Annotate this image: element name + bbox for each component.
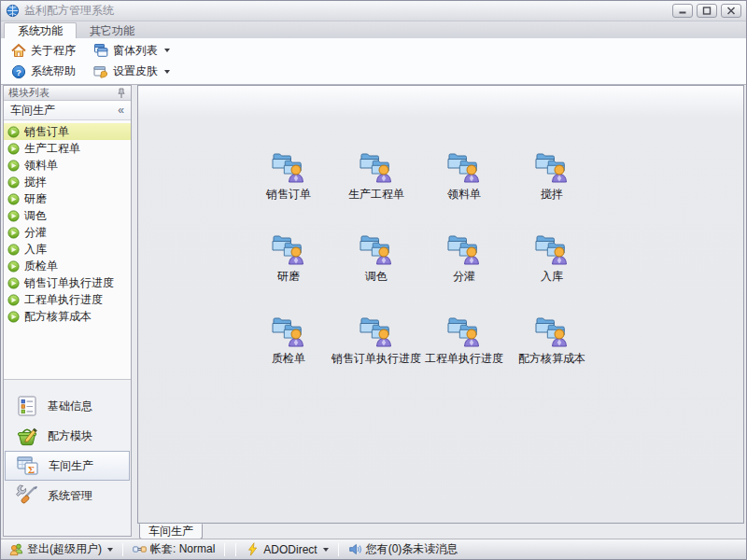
toolbar-row-2: 系统帮助 设置皮肤 — [7, 62, 740, 81]
close-button[interactable] — [721, 4, 741, 18]
module-icon-material-requisition[interactable]: 领料单 — [420, 144, 508, 226]
ribbon-tabstrip: 系统功能 其它功能 — [1, 21, 746, 38]
sidebar-item-filling[interactable]: 分灌 — [4, 224, 131, 241]
users-icon — [9, 542, 23, 556]
main-panel: 销售订单 生产工程单 领料单 搅拌 研磨 — [137, 85, 744, 524]
green-arrow-icon — [7, 160, 20, 172]
account-set-text: 帐套: Normal — [150, 541, 215, 557]
green-arrow-icon — [7, 126, 20, 138]
system-help-button[interactable]: 系统帮助 — [7, 62, 89, 81]
sidebar-item-warehousing[interactable]: 入库 — [4, 241, 131, 258]
pin-icon[interactable] — [117, 88, 126, 99]
sidebar-item-label: 工程单执行进度 — [24, 292, 103, 308]
unread-messages-item[interactable]: 您有(0)条未读消息 — [346, 541, 460, 557]
close-icon — [726, 7, 736, 15]
green-arrow-icon — [7, 227, 20, 239]
module-icon-formula-cost[interactable]: 配方核算成本 — [508, 308, 596, 390]
section-label: 系统管理 — [48, 488, 92, 504]
folder-user-icon — [446, 233, 482, 265]
section-formula-module[interactable]: 配方模块 — [5, 421, 130, 451]
collapse-chevrons-icon[interactable]: « — [118, 104, 124, 117]
sidebar-item-grinding[interactable]: 研磨 — [4, 190, 131, 207]
tab-system-functions[interactable]: 系统功能 — [4, 22, 77, 38]
sidebar-item-quality-inspection[interactable]: 质检单 — [4, 258, 131, 274]
maximize-button[interactable] — [697, 4, 717, 18]
tab-other-functions[interactable]: 其它功能 — [77, 23, 148, 38]
sidebar-item-label: 领料单 — [24, 158, 58, 174]
app-icon — [6, 4, 20, 18]
section-system-management[interactable]: 系统管理 — [5, 481, 130, 511]
module-label: 研磨 — [277, 269, 300, 285]
module-icon-grinding[interactable]: 研磨 — [245, 226, 332, 308]
section-label: 配方模块 — [48, 428, 92, 444]
form-list-label: 窗体列表 — [113, 43, 158, 59]
sidebar-item-sales-order[interactable]: 销售订单 — [4, 123, 131, 140]
sidebar-item-list: 销售订单 生产工程单 领料单 搅拌 研磨 — [4, 120, 131, 325]
module-icon-grid: 销售订单 生产工程单 领料单 搅拌 研磨 — [245, 144, 596, 390]
sidebar-caption: 模块列表 — [4, 86, 131, 101]
set-skin-button[interactable]: 设置皮肤 — [89, 62, 175, 81]
folder-user-icon — [271, 315, 306, 347]
module-icon-tinting[interactable]: 调色 — [332, 226, 420, 308]
folder-user-icon — [534, 315, 570, 347]
module-icon-sales-order[interactable]: 销售订单 — [245, 144, 332, 226]
about-program-button[interactable]: 关于程序 — [7, 41, 89, 61]
adodirect-button[interactable]: ADODirect — [244, 542, 330, 556]
green-arrow-icon — [7, 277, 20, 289]
sidebar-item-production-work-order[interactable]: 生产工程单 — [4, 140, 131, 157]
connection-icon — [133, 542, 147, 556]
folder-user-icon — [271, 151, 306, 183]
sidebar-item-tinting[interactable]: 调色 — [4, 207, 131, 224]
statusbar-separator — [122, 543, 123, 556]
module-label: 调色 — [365, 269, 388, 285]
dropdown-caret-icon — [107, 548, 113, 552]
form-list-button[interactable]: 窗体列表 — [89, 41, 175, 61]
module-sidebar: 模块列表 车间生产 « 销售订单 生产工程单 — [3, 85, 132, 537]
sidebar-item-work-order-progress[interactable]: 工程单执行进度 — [4, 291, 131, 308]
sidebar-item-mixing[interactable]: 搅拌 — [4, 174, 131, 190]
module-icon-work-order-progress[interactable]: 工程单执行进度 — [420, 308, 508, 390]
module-icon-warehousing[interactable]: 入库 — [508, 226, 596, 308]
doc-tab-workshop-production[interactable]: 车间生产 — [139, 524, 203, 539]
sidebar-item-formula-cost[interactable]: 配方核算成本 — [4, 308, 131, 325]
module-label: 工程单执行进度 — [425, 351, 503, 367]
sidebar-caption-label: 模块列表 — [8, 86, 49, 100]
folder-user-icon — [271, 233, 306, 265]
module-icon-filling[interactable]: 分灌 — [420, 226, 508, 308]
module-icon-sales-order-progress[interactable]: 销售订单执行进度 — [332, 308, 420, 390]
module-icon-mixing[interactable]: 搅拌 — [508, 144, 596, 226]
sidebar-item-label: 质检单 — [24, 259, 58, 274]
green-arrow-icon — [7, 294, 20, 306]
green-arrow-icon — [7, 311, 20, 323]
info-list-icon — [15, 394, 39, 418]
speaker-icon — [348, 542, 362, 556]
ribbon-toolbar: 关于程序 窗体列表 系统帮助 设置皮肤 — [1, 38, 746, 85]
green-arrow-icon — [7, 260, 20, 273]
section-workshop-production[interactable]: 车间生产 — [5, 451, 130, 481]
tools-icon — [15, 483, 39, 508]
sidebar-item-sales-order-progress[interactable]: 销售订单执行进度 — [4, 274, 131, 291]
module-label: 销售订单 — [266, 187, 311, 203]
minimize-button[interactable] — [672, 4, 693, 18]
module-icon-production-work-order[interactable]: 生产工程单 — [332, 144, 420, 226]
app-window: 益利配方管理系统 系统功能 其它功能 关于程序 窗体列表 — [0, 0, 747, 560]
section-label: 基础信息 — [48, 399, 92, 414]
sidebar-group-label: 车间生产 — [10, 103, 55, 119]
folder-user-icon — [534, 233, 570, 265]
module-label: 生产工程单 — [348, 187, 404, 203]
green-arrow-icon — [7, 193, 20, 205]
module-icon-quality-inspection[interactable]: 质检单 — [245, 308, 332, 390]
logout-button[interactable]: 登出(超级用户) — [7, 541, 115, 557]
folder-user-icon — [359, 151, 394, 183]
module-label: 质检单 — [272, 351, 305, 367]
sidebar-item-material-requisition[interactable]: 领料单 — [4, 157, 131, 174]
adodirect-label: ADODirect — [263, 543, 317, 556]
section-basic-info[interactable]: 基础信息 — [5, 391, 130, 421]
statusbar-separator — [235, 543, 236, 556]
dropdown-caret-icon — [323, 548, 329, 552]
module-label: 搅拌 — [541, 187, 563, 203]
formula-basket-icon — [15, 424, 39, 448]
module-label: 配方核算成本 — [518, 351, 585, 367]
cascade-windows-icon — [93, 43, 108, 58]
help-icon — [11, 64, 26, 79]
